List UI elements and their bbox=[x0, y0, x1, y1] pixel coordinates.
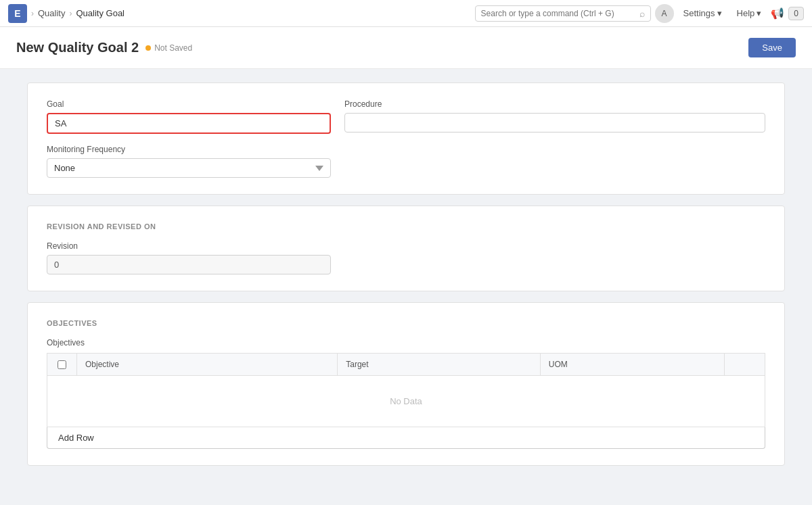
objective-column-header: Objective bbox=[77, 354, 338, 376]
revision-section: REVISION AND REVISED ON Revision bbox=[27, 206, 785, 291]
announcements-icon[interactable]: 📢 bbox=[771, 7, 784, 20]
no-data-row: No Data bbox=[47, 376, 765, 427]
avatar: A bbox=[655, 4, 674, 23]
goal-section: Goal Procedure Monitoring Frequency None bbox=[27, 82, 785, 195]
objectives-label: Objectives bbox=[47, 338, 765, 347]
notification-badge[interactable]: 0 bbox=[788, 7, 804, 20]
unsaved-dot-icon bbox=[145, 45, 151, 51]
target-column-header: Target bbox=[338, 354, 541, 376]
top-navigation: E › Quality › Quality Goal ⌕ A Settings … bbox=[0, 0, 812, 27]
search-bar[interactable]: ⌕ bbox=[475, 5, 651, 22]
settings-button[interactable]: Settings ▾ bbox=[678, 5, 727, 21]
breadcrumb-quality-goal[interactable]: Quality Goal bbox=[76, 8, 125, 18]
help-chevron-icon: ▾ bbox=[757, 8, 761, 18]
revision-input bbox=[47, 255, 331, 274]
help-button[interactable]: Help ▾ bbox=[731, 5, 767, 21]
action-column-header bbox=[725, 354, 765, 376]
select-all-checkbox[interactable] bbox=[58, 360, 66, 369]
search-icon: ⌕ bbox=[639, 8, 645, 19]
settings-chevron-icon: ▾ bbox=[717, 8, 722, 18]
revision-section-title: REVISION AND REVISED ON bbox=[47, 222, 765, 231]
not-saved-badge: Not Saved bbox=[145, 43, 192, 53]
save-button[interactable]: Save bbox=[748, 38, 796, 57]
search-input[interactable] bbox=[481, 9, 637, 18]
no-data-cell: No Data bbox=[47, 376, 765, 427]
objectives-section: OBJECTIVES Objectives Objective Target U… bbox=[27, 302, 785, 466]
procedure-label: Procedure bbox=[344, 99, 765, 109]
breadcrumb-sep-1: › bbox=[31, 9, 34, 18]
procedure-input[interactable] bbox=[344, 113, 765, 133]
checkbox-column-header bbox=[47, 354, 77, 376]
goal-input[interactable] bbox=[47, 113, 331, 134]
app-icon[interactable]: E bbox=[8, 4, 27, 23]
page-header: New Quality Goal 2 Not Saved Save bbox=[0, 27, 812, 69]
page-title: New Quality Goal 2 bbox=[16, 40, 139, 55]
main-content: Goal Procedure Monitoring Frequency None… bbox=[0, 69, 812, 505]
add-row-button[interactable]: Add Row bbox=[47, 427, 765, 449]
breadcrumb-quality[interactable]: Quality bbox=[38, 8, 65, 18]
monitoring-frequency-label: Monitoring Frequency bbox=[47, 145, 331, 154]
objectives-table: Objective Target UOM No Data bbox=[47, 353, 765, 427]
breadcrumb-sep-2: › bbox=[69, 9, 72, 18]
uom-column-header: UOM bbox=[540, 354, 724, 376]
objectives-section-title: OBJECTIVES bbox=[47, 319, 765, 327]
goal-label: Goal bbox=[47, 99, 331, 109]
not-saved-label: Not Saved bbox=[154, 43, 192, 53]
monitoring-frequency-select[interactable]: None bbox=[47, 158, 331, 178]
revision-label: Revision bbox=[47, 241, 331, 251]
